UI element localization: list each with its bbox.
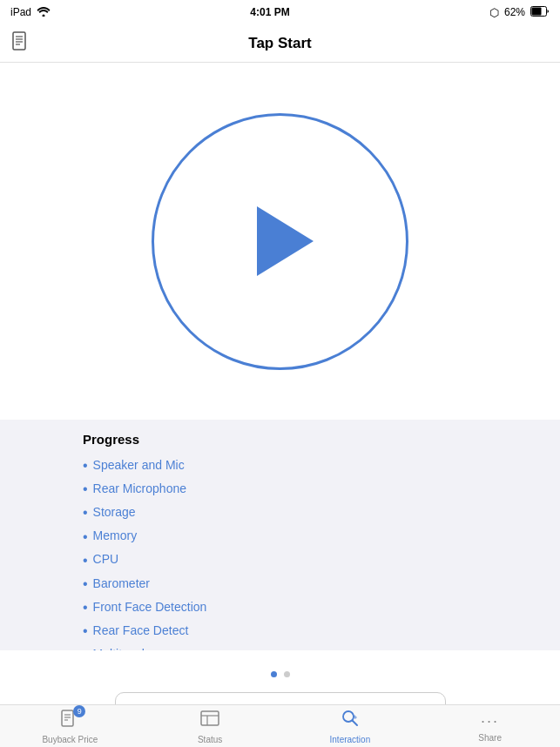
svg-rect-12 bbox=[201, 711, 219, 725]
nav-bar: Tap Start bbox=[0, 24, 560, 63]
list-item: Storage bbox=[83, 501, 560, 524]
tab-interaction-label: Interaction bbox=[330, 735, 371, 744]
bluetooth-icon: ⬡ bbox=[489, 6, 499, 19]
tab-share-label: Share bbox=[478, 733, 502, 743]
status-bar: iPad 4:01 PM ⬡ 62% bbox=[0, 0, 560, 24]
pagination bbox=[0, 661, 560, 687]
svg-rect-2 bbox=[531, 7, 541, 15]
progress-list: Speaker and Mic Rear Microphone Storage … bbox=[0, 454, 560, 650]
wifi-icon bbox=[37, 6, 51, 19]
nav-left-icon[interactable] bbox=[10, 30, 31, 57]
list-item: CPU bbox=[83, 548, 560, 572]
play-button[interactable] bbox=[152, 113, 408, 370]
tab-share[interactable]: ··· Share bbox=[420, 710, 560, 743]
list-item: Multitouch bbox=[83, 643, 560, 651]
time-label: 4:01 PM bbox=[250, 6, 289, 18]
nav-title: Tap Start bbox=[248, 35, 311, 52]
pagination-dot-1 bbox=[271, 671, 277, 677]
battery-icon bbox=[530, 6, 550, 19]
status-right: ⬡ 62% bbox=[489, 6, 550, 19]
buyback-price-icon: 9 bbox=[60, 709, 79, 732]
tab-interaction[interactable]: Interaction bbox=[280, 709, 421, 744]
tab-status[interactable]: Status bbox=[140, 709, 280, 744]
carrier-label: iPad bbox=[10, 6, 31, 18]
list-item: Rear Microphone bbox=[83, 477, 560, 501]
list-item: Front Face Detection bbox=[83, 596, 560, 619]
tab-status-label: Status bbox=[198, 735, 222, 744]
main-content: Progress Speaker and Mic Rear Microphone… bbox=[0, 63, 560, 661]
play-area bbox=[0, 63, 560, 420]
share-icon: ··· bbox=[481, 710, 499, 730]
tab-buyback-price[interactable]: 9 Buyback Price bbox=[0, 709, 140, 744]
battery-label: 62% bbox=[504, 6, 525, 18]
svg-point-0 bbox=[43, 14, 45, 17]
tab-bar: 9 Buyback Price Status Interaction ··· S bbox=[0, 704, 560, 747]
progress-title: Progress bbox=[0, 432, 560, 447]
list-item: Speaker and Mic bbox=[83, 454, 560, 477]
list-item: Memory bbox=[83, 525, 560, 548]
pagination-dot-2 bbox=[284, 671, 290, 677]
list-item: Barometer bbox=[83, 572, 560, 596]
status-icon bbox=[200, 709, 219, 732]
svg-rect-8 bbox=[62, 710, 73, 726]
svg-rect-3 bbox=[13, 32, 25, 50]
play-triangle-icon bbox=[257, 206, 314, 276]
tab-buyback-label: Buyback Price bbox=[42, 735, 98, 744]
interaction-icon bbox=[341, 709, 360, 732]
svg-line-16 bbox=[352, 720, 357, 725]
progress-section: Progress Speaker and Mic Rear Microphone… bbox=[0, 420, 560, 650]
list-item: Rear Face Detect bbox=[83, 619, 560, 643]
badge-count: 9 bbox=[73, 705, 85, 717]
status-left: iPad bbox=[10, 6, 51, 19]
